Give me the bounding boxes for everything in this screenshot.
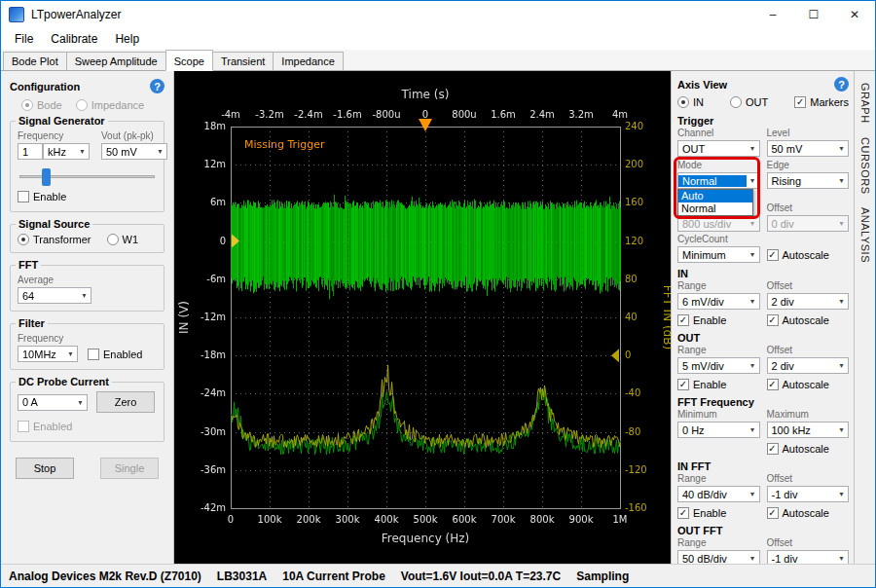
in-section-title: IN bbox=[677, 268, 849, 279]
stop-button[interactable]: Stop bbox=[16, 458, 74, 479]
chevron-down-icon: ▾ bbox=[747, 358, 759, 373]
chevron-down-icon: ▾ bbox=[154, 144, 166, 159]
checkbox-icon bbox=[767, 249, 779, 261]
trigger-autoscale-checkbox[interactable]: Autoscale bbox=[767, 249, 829, 261]
radio-dot-icon bbox=[18, 234, 29, 245]
close-button[interactable]: ✕ bbox=[834, 1, 875, 28]
plot-area bbox=[174, 71, 671, 564]
average-label: Average bbox=[18, 275, 157, 286]
scope-plot[interactable] bbox=[174, 71, 671, 564]
slider-thumb[interactable] bbox=[42, 168, 51, 186]
slider-track[interactable] bbox=[19, 175, 155, 178]
tab-sweep-amplitude[interactable]: Sweep Amplitude bbox=[66, 52, 166, 70]
fft-minimum-select[interactable]: 0 Hz▾ bbox=[677, 422, 760, 438]
dropdown-option-auto[interactable]: Auto bbox=[678, 190, 752, 202]
trigger-offset-select: 0 div▾ bbox=[767, 215, 850, 232]
transformer-radio[interactable]: Transformer bbox=[18, 234, 91, 245]
trigger-level-select[interactable]: 50 mV▾ bbox=[767, 140, 850, 157]
tab-strip: Bode Plot Sweep Amplitude Scope Transien… bbox=[1, 50, 875, 71]
tab-scope[interactable]: Scope bbox=[165, 50, 213, 71]
chevron-down-icon: ▾ bbox=[835, 551, 848, 564]
dropdown-option-normal[interactable]: Normal bbox=[678, 202, 752, 215]
amplitude-slider[interactable] bbox=[19, 167, 155, 185]
in-fft-offset-select[interactable]: -1 div▾ bbox=[767, 486, 850, 502]
out-fft-range-select[interactable]: 50 dB/div▾ bbox=[677, 550, 760, 564]
trigger-channel-select[interactable]: OUT▾ bbox=[677, 140, 760, 157]
checkbox-icon bbox=[767, 314, 779, 326]
chevron-down-icon: ▾ bbox=[835, 423, 848, 437]
fft-frequency-autoscale-checkbox[interactable]: Autoscale bbox=[767, 441, 850, 456]
edge-label: Edge bbox=[767, 160, 850, 171]
menu-calibrate[interactable]: Calibrate bbox=[42, 29, 106, 49]
radio-dot-icon bbox=[730, 96, 742, 108]
fft-group: FFT Average 64▾ bbox=[10, 265, 164, 312]
tab-transient[interactable]: Transient bbox=[212, 52, 274, 70]
checkbox-icon bbox=[767, 443, 779, 455]
menu-file[interactable]: File bbox=[6, 29, 42, 49]
tab-bode-plot[interactable]: Bode Plot bbox=[3, 52, 67, 70]
w1-radio[interactable]: W1 bbox=[107, 234, 139, 245]
signal-generator-title: Signal Generator bbox=[16, 115, 108, 127]
trigger-cyclecount-select[interactable]: Minimum▾ bbox=[677, 246, 760, 263]
side-tab-analysis[interactable]: ANALYSIS bbox=[859, 201, 871, 270]
bode-radio: Bode bbox=[21, 99, 62, 111]
help-icon[interactable]: ? bbox=[834, 77, 849, 92]
single-button: Single bbox=[100, 458, 159, 479]
dc-probe-current-select[interactable]: 0 A▾ bbox=[18, 394, 88, 411]
configuration-panel: Configuration ? Bode Impedance Signal Ge… bbox=[1, 71, 174, 564]
radio-dot-icon bbox=[677, 96, 689, 108]
axis-in-radio[interactable]: IN bbox=[677, 96, 704, 108]
markers-checkbox[interactable]: Markers bbox=[794, 96, 849, 108]
menu-help[interactable]: Help bbox=[106, 29, 148, 49]
chevron-down-icon: ▾ bbox=[747, 216, 759, 231]
out-fft-offset-select[interactable]: -1 div▾ bbox=[767, 550, 850, 564]
trigger-section-title: Trigger bbox=[677, 115, 849, 127]
configuration-title: Configuration bbox=[10, 81, 80, 92]
filter-group: Filter Frequency 10MHz▾ Enabled bbox=[10, 323, 164, 370]
filter-frequency-label: Frequency bbox=[18, 333, 157, 345]
maximize-button[interactable]: ☐ bbox=[793, 1, 834, 28]
out-autoscale-checkbox[interactable]: Autoscale bbox=[767, 377, 850, 391]
signal-generator-enable-checkbox[interactable]: Enable bbox=[18, 191, 66, 202]
vout-select[interactable]: 50 mV▾ bbox=[101, 143, 167, 160]
axis-out-radio[interactable]: OUT bbox=[730, 96, 768, 108]
checkbox-icon bbox=[88, 349, 99, 360]
trigger-mode-select[interactable]: Normal▾ bbox=[677, 172, 760, 189]
in-autoscale-checkbox[interactable]: Autoscale bbox=[767, 312, 850, 327]
menu-bar: File Calibrate Help bbox=[1, 28, 875, 50]
side-tab-graph[interactable]: GRAPH bbox=[859, 76, 871, 130]
out-offset-select[interactable]: 2 div▾ bbox=[767, 357, 850, 374]
minimize-button[interactable]: – bbox=[752, 1, 793, 28]
in-fft-enable-checkbox[interactable]: Enable bbox=[677, 505, 760, 520]
out-enable-checkbox[interactable]: Enable bbox=[677, 377, 760, 391]
side-tab-cursors[interactable]: CURSORS bbox=[859, 130, 871, 202]
filter-enabled-checkbox[interactable]: Enabled bbox=[88, 349, 142, 360]
fft-maximum-select[interactable]: 100 kHz▾ bbox=[767, 422, 850, 438]
chevron-down-icon: ▾ bbox=[76, 144, 89, 159]
checkbox-icon bbox=[794, 96, 806, 108]
frequency-unit-select[interactable]: kHz▾ bbox=[43, 143, 90, 160]
help-icon[interactable]: ? bbox=[150, 79, 164, 93]
cyclecount-label: CycleCount bbox=[677, 234, 760, 245]
filter-frequency-select[interactable]: 10MHz▾ bbox=[18, 346, 78, 362]
in-range-select[interactable]: 6 mV/div▾ bbox=[677, 293, 760, 310]
trigger-edge-select[interactable]: Rising▾ bbox=[767, 172, 850, 189]
fft-frequency-section-title: FFT Frequency bbox=[677, 396, 849, 408]
in-fft-autoscale-checkbox[interactable]: Autoscale bbox=[767, 505, 850, 520]
in-offset-select[interactable]: 2 div▾ bbox=[767, 293, 850, 310]
trigger-position-select: 800 us/div▾ bbox=[677, 215, 760, 232]
window-controls: – ☐ ✕ bbox=[752, 1, 875, 28]
in-enable-checkbox[interactable]: Enable bbox=[677, 312, 760, 327]
out-range-select[interactable]: 5 mV/div▾ bbox=[677, 357, 760, 374]
in-fft-range-select[interactable]: 40 dB/div▾ bbox=[677, 486, 760, 502]
frequency-input[interactable]: 1 bbox=[18, 143, 43, 160]
status-measurements: Vout=1.6V Iout=0.0A T=23.7C bbox=[401, 570, 561, 583]
configuration-mode-radios: Bode Impedance bbox=[10, 99, 164, 111]
checkbox-icon bbox=[18, 421, 29, 432]
chevron-down-icon: ▾ bbox=[835, 487, 848, 501]
chevron-down-icon: ▾ bbox=[78, 288, 91, 303]
zero-button[interactable]: Zero bbox=[96, 391, 155, 413]
fft-average-select[interactable]: 64▾ bbox=[18, 287, 91, 304]
tab-impedance[interactable]: Impedance bbox=[273, 52, 343, 70]
chevron-down-icon: ▾ bbox=[747, 247, 759, 262]
